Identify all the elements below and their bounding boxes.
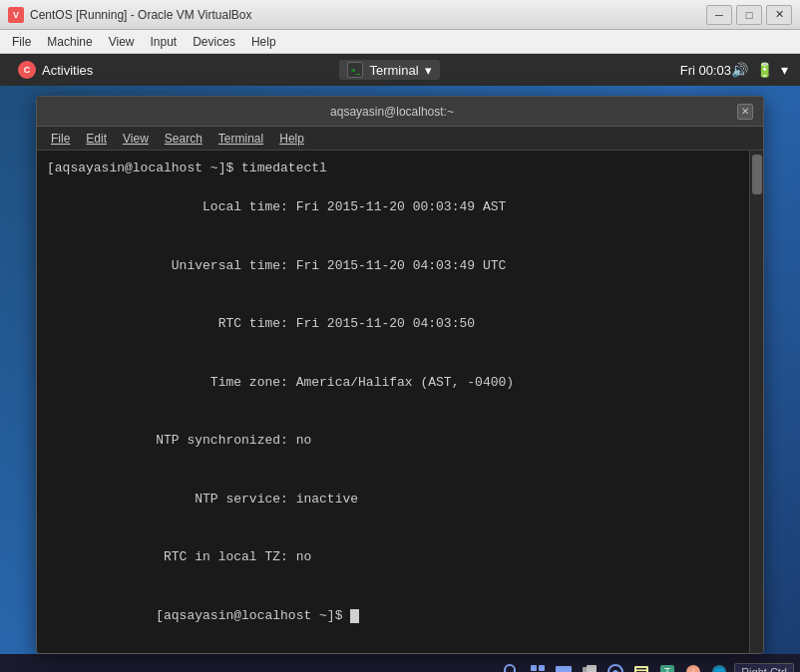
terminal-cursor (350, 609, 359, 623)
terminal-prompt1: [aqsayasin@localhost ~]$ timedatectl (47, 159, 739, 178)
svg-text:T: T (664, 667, 670, 673)
ntp-synced-value: no (288, 433, 311, 448)
gnome-clock: Fri 00:03 (680, 63, 731, 78)
taskbar-icon-5[interactable] (630, 661, 652, 673)
ntp-service-label: NTP service: (156, 490, 288, 509)
desktop-area: aqsayasin@localhost:~ ✕ File Edit View S… (0, 86, 800, 654)
terminal-scrollbar[interactable] (749, 151, 763, 653)
svg-rect-2 (531, 665, 537, 671)
terminal-content[interactable]: [aqsayasin@localhost ~]$ timedatectl Loc… (37, 151, 749, 653)
vbox-menu-file[interactable]: File (4, 33, 39, 51)
terminal-rtc-time: RTC time: Fri 2015-11-20 04:03:50 (47, 295, 739, 354)
svg-rect-3 (539, 665, 545, 671)
taskbar-icon-1[interactable] (527, 661, 549, 673)
minimize-button[interactable]: ─ (706, 5, 732, 25)
title-bar: V CentOS [Running] - Oracle VM VirtualBo… (0, 0, 800, 30)
taskbar-icon-8[interactable]: 🌐 (708, 661, 730, 673)
svg-rect-12 (636, 668, 646, 670)
power-icon[interactable]: ▾ (781, 62, 788, 78)
activities-label: Activities (42, 63, 93, 78)
right-ctrl-label: Right Ctrl (734, 663, 794, 673)
vm-content: C Activities >_ Terminal ▾ Fri 00:03 🔊 🔋… (0, 54, 800, 672)
taskbar: T i 🌐 Right Ctrl (0, 654, 800, 673)
taskbar-icon-6[interactable]: T (656, 661, 678, 673)
terminal-ntp-service: NTP service: inactive (47, 470, 739, 528)
terminal-ntp-synced: NTP synchronized: no (47, 412, 739, 471)
rtc-local-value: no (288, 549, 311, 564)
terminal-rtc-local: RTC in local TZ: no (47, 528, 739, 587)
svg-point-0 (505, 665, 515, 673)
gnome-logo-icon: C (18, 61, 36, 79)
terminal-prompt2: [aqsayasin@localhost ~]$ (47, 586, 739, 645)
vbox-menubar: File Machine View Input Devices Help (0, 30, 800, 54)
vbox-menu-machine[interactable]: Machine (39, 33, 100, 51)
title-bar-text: CentOS [Running] - Oracle VM VirtualBox (30, 8, 706, 22)
terminal-taskbar-icon: >_ (347, 62, 363, 78)
vbox-icon: V (8, 7, 24, 23)
svg-rect-6 (556, 666, 572, 673)
term-menu-edit[interactable]: Edit (78, 130, 115, 148)
terminal-timezone: Time zone: America/Halifax (AST, -0400) (47, 353, 739, 412)
taskbar-icon-2[interactable] (553, 661, 575, 673)
terminal-universal-time: Universal time: Fri 2015-11-20 04:03:49 … (47, 236, 739, 295)
term-menu-help[interactable]: Help (271, 130, 312, 148)
close-button[interactable]: ✕ (766, 5, 792, 25)
svg-text:i: i (692, 667, 694, 673)
network-icon[interactable]: 🔋 (756, 62, 773, 78)
local-time-label: Local time: (156, 197, 288, 217)
terminal-local-time: Local time: Fri 2015-11-20 00:03:49 AST (47, 178, 739, 237)
ntp-synced-label: NTP synchronized: (156, 431, 288, 451)
ntp-service-value: inactive (288, 492, 358, 506)
vbox-menu-help[interactable]: Help (243, 33, 284, 51)
timezone-label: Time zone: (156, 373, 288, 393)
taskbar-search-icon[interactable] (501, 661, 523, 673)
universal-time-label: Universal time: (156, 256, 288, 276)
gnome-topbar: C Activities >_ Terminal ▾ Fri 00:03 🔊 🔋… (0, 54, 800, 86)
term-menu-file[interactable]: File (43, 130, 78, 148)
term-menu-view[interactable]: View (115, 130, 157, 148)
term-menu-terminal[interactable]: Terminal (210, 130, 271, 148)
terminal-titlebar: aqsayasin@localhost:~ ✕ (37, 97, 763, 127)
terminal-title-text: aqsayasin@localhost:~ (47, 105, 737, 119)
terminal-taskbar-label: Terminal (369, 63, 418, 78)
local-time-value: Fri 2015-11-20 00:03:49 AST (288, 199, 506, 214)
svg-rect-9 (587, 665, 597, 673)
terminal-window: aqsayasin@localhost:~ ✕ File Edit View S… (36, 96, 764, 654)
rtc-time-value: Fri 2015-11-20 04:03:50 (288, 316, 475, 331)
activities-button[interactable]: C Activities (12, 59, 99, 81)
terminal-menubar: File Edit View Search Terminal Help (37, 127, 763, 151)
vbox-menu-devices[interactable]: Devices (185, 33, 243, 51)
terminal-close-button[interactable]: ✕ (737, 104, 753, 120)
scrollbar-thumb[interactable] (752, 155, 762, 194)
timezone-value: America/Halifax (AST, -0400) (288, 375, 514, 390)
taskbar-icon-7[interactable]: i (682, 661, 704, 673)
terminal-dropdown-arrow: ▾ (425, 63, 432, 78)
title-bar-controls: ─ □ ✕ (706, 5, 792, 25)
volume-icon[interactable]: 🔊 (731, 62, 748, 78)
gnome-right-tray: 🔊 🔋 ▾ (731, 62, 788, 78)
terminal-taskbar-item[interactable]: >_ Terminal ▾ (339, 60, 439, 80)
maximize-button[interactable]: □ (736, 5, 762, 25)
term-menu-search[interactable]: Search (157, 130, 210, 148)
gnome-center: >_ Terminal ▾ (99, 60, 679, 80)
prompt2-text: [aqsayasin@localhost ~]$ (156, 608, 350, 623)
svg-text:🌐: 🌐 (714, 667, 726, 673)
taskbar-icon-4[interactable] (604, 661, 626, 673)
taskbar-icon-3[interactable] (579, 661, 600, 673)
universal-time-value: Fri 2015-11-20 04:03:49 UTC (288, 258, 506, 273)
vbox-menu-view[interactable]: View (101, 33, 143, 51)
vbox-menu-input[interactable]: Input (143, 33, 186, 51)
virtualbox-window: V CentOS [Running] - Oracle VM VirtualBo… (0, 0, 800, 672)
terminal-body: [aqsayasin@localhost ~]$ timedatectl Loc… (37, 151, 763, 653)
rtc-local-label: RTC in local TZ: (156, 547, 288, 567)
rtc-time-label: RTC time: (156, 314, 288, 334)
